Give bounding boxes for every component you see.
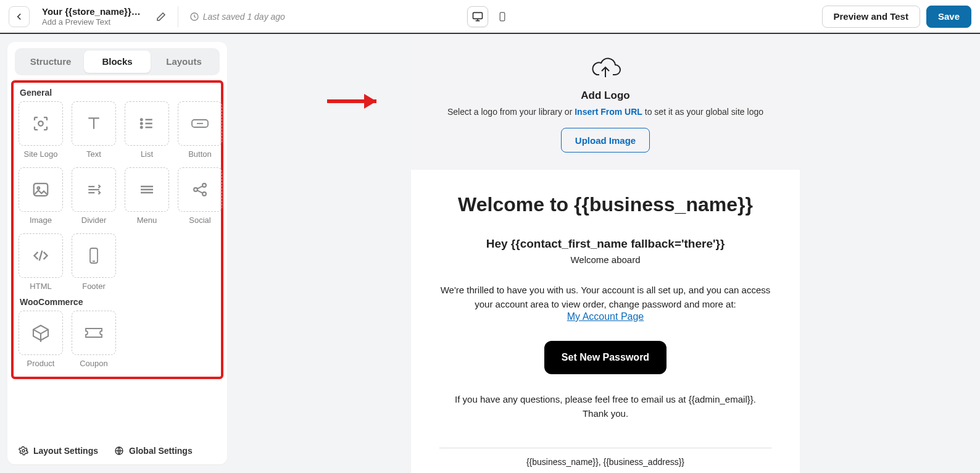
block-button-label: Button [188,149,212,159]
menu-icon [138,180,156,199]
svg-point-3 [38,121,43,126]
save-button[interactable]: Save [926,6,971,28]
sidebar-footer: Layout Settings Global Settings [7,437,227,464]
set-password-button[interactable]: Set New Password [544,341,666,374]
my-account-link[interactable]: My Account Page [567,311,644,322]
svg-point-14 [22,450,25,452]
block-social-label: Social [189,216,210,225]
svg-rect-8 [34,183,48,196]
mobile-icon [497,11,508,22]
questions-paragraph: If you have any questions, please feel f… [439,393,771,421]
block-coupon[interactable]: Coupon [72,311,116,368]
tab-blocks[interactable]: Blocks [84,51,151,73]
svg-rect-1 [473,12,483,19]
footer-device-icon [86,246,101,266]
top-bar: Your {{store_name}}… Add a Preview Text … [0,0,980,34]
email-footer-text: {{business_name}}, {{business_address}} [411,457,800,467]
block-list-label: List [141,149,153,159]
top-actions: Preview and Test Save [822,6,971,28]
block-site-logo[interactable]: Site Logo [19,101,63,159]
greeting-line: Hey {{contact_first_name fallback='there… [439,237,771,251]
layout-settings-button[interactable]: Layout Settings [19,446,98,456]
block-list[interactable]: List [125,101,169,159]
questions-text: If you have any questions, please feel f… [455,394,756,404]
block-menu-label: Menu [137,216,157,225]
svg-point-5 [141,123,143,125]
clock-icon [189,12,199,22]
divider [178,6,178,27]
sidebar-panel: Structure Blocks Layouts General Site Lo… [7,42,227,464]
sidebar-tabs: Structure Blocks Layouts [15,48,220,75]
block-text[interactable]: Text [72,101,116,159]
block-menu[interactable]: Menu [125,167,169,225]
block-footer-label: Footer [82,282,106,291]
add-logo-text-pre: Select a logo from your library or [447,107,575,117]
upload-image-button[interactable]: Upload Image [561,128,650,153]
text-icon [85,114,103,133]
button-icon [190,116,210,131]
block-product-label: Product [27,359,55,368]
insert-from-url-link[interactable]: Insert From URL [575,107,642,117]
code-icon [31,247,51,264]
block-divider-label: Divider [81,216,106,225]
share-icon [191,181,209,198]
title-area: Your {{store_name}}… Add a Preview Text [42,6,141,27]
logo-upload-area: Add Logo Select a logo from your library… [411,34,800,170]
back-button[interactable] [9,6,30,27]
svg-rect-2 [500,12,505,21]
last-saved-status: Last saved 1 day ago [189,12,285,22]
welcome-heading: Welcome to {{business_name}} [439,193,771,216]
box-icon [31,323,51,343]
last-saved-text: Last saved 1 day ago [203,12,285,22]
annotation-arrow [235,77,407,128]
device-desktop-button[interactable] [467,6,488,27]
thrilled-paragraph: We're thrilled to have you with us. Your… [439,283,771,311]
section-woocommerce: WooCommerce [20,297,216,307]
svg-point-9 [37,187,39,190]
block-divider[interactable]: Divider [72,167,116,225]
block-button[interactable]: Button [178,101,222,159]
site-logo-icon [31,114,50,133]
preview-test-button[interactable]: Preview and Test [822,6,920,28]
global-settings-button[interactable]: Global Settings [114,446,193,456]
edit-title-button[interactable] [156,11,167,22]
layout-settings-label: Layout Settings [33,446,98,456]
email-canvas: Add Logo Select a logo from your library… [411,34,800,473]
arrow-left-icon [14,11,25,22]
svg-point-6 [141,127,143,128]
section-general: General [20,88,216,98]
image-icon [31,180,50,199]
global-settings-label: Global Settings [129,446,193,456]
block-product[interactable]: Product [19,311,63,368]
ticket-icon [83,325,104,341]
gear-icon [19,446,28,456]
add-logo-title: Add Logo [430,90,781,102]
globe-icon [114,446,124,456]
block-text-label: Text [86,149,101,159]
add-logo-description: Select a logo from your library or Inser… [430,107,781,117]
block-image[interactable]: Image [19,167,63,225]
block-html[interactable]: HTML [19,233,63,291]
block-html-label: HTML [30,282,51,291]
monitor-icon [471,10,484,23]
blocks-highlight: General Site Logo Text List Button Image [11,80,223,379]
block-image-label: Image [30,216,52,225]
add-logo-text-post: to set it as your global site logo [642,107,763,117]
welcome-aboard-text: Welcome aboard [439,254,771,265]
thankyou-text: Thank you. [583,408,628,419]
block-footer[interactable]: Footer [72,233,116,291]
tab-layouts[interactable]: Layouts [151,51,217,73]
pencil-icon [156,11,167,22]
email-title: Your {{store_name}}… [42,6,141,17]
list-icon [138,114,156,133]
tab-structure[interactable]: Structure [17,51,84,73]
cloud-upload-icon [589,56,621,81]
svg-point-4 [141,119,143,121]
device-mobile-button[interactable] [492,6,513,27]
preview-text-placeholder[interactable]: Add a Preview Text [42,17,141,27]
block-social[interactable]: Social [178,167,222,225]
email-footer-divider [439,448,771,448]
email-body: Welcome to {{business_name}} Hey {{conta… [411,170,800,427]
device-switch [465,4,515,29]
divider-icon [85,180,103,199]
